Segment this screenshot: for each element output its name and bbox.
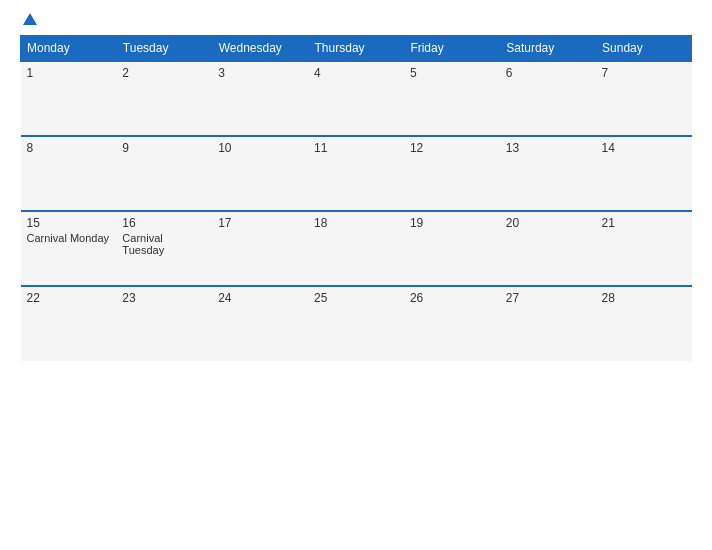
calendar-body: 123456789101112131415Carnival Monday16Ca… — [21, 61, 692, 361]
day-number: 1 — [27, 66, 111, 80]
day-number: 5 — [410, 66, 494, 80]
day-number: 9 — [122, 141, 206, 155]
calendar-day-15: 15Carnival Monday — [21, 211, 117, 286]
day-number: 12 — [410, 141, 494, 155]
calendar-day-20: 20 — [500, 211, 596, 286]
day-number: 6 — [506, 66, 590, 80]
event-text: Carnival Monday — [27, 232, 111, 244]
weekday-header-friday: Friday — [404, 36, 500, 62]
day-number: 27 — [506, 291, 590, 305]
calendar-day-13: 13 — [500, 136, 596, 211]
day-number: 15 — [27, 216, 111, 230]
day-number: 16 — [122, 216, 206, 230]
day-number: 10 — [218, 141, 302, 155]
calendar-day-6: 6 — [500, 61, 596, 136]
weekday-header-sunday: Sunday — [596, 36, 692, 62]
calendar-week-4: 22232425262728 — [21, 286, 692, 361]
day-number: 22 — [27, 291, 111, 305]
calendar-day-21: 21 — [596, 211, 692, 286]
weekday-header-thursday: Thursday — [308, 36, 404, 62]
calendar-week-3: 15Carnival Monday16Carnival Tuesday17181… — [21, 211, 692, 286]
calendar-day-1: 1 — [21, 61, 117, 136]
calendar-day-7: 7 — [596, 61, 692, 136]
event-text: Carnival Tuesday — [122, 232, 206, 256]
calendar-day-14: 14 — [596, 136, 692, 211]
day-number: 4 — [314, 66, 398, 80]
day-number: 2 — [122, 66, 206, 80]
calendar-day-26: 26 — [404, 286, 500, 361]
calendar-day-18: 18 — [308, 211, 404, 286]
weekday-header-saturday: Saturday — [500, 36, 596, 62]
calendar-day-12: 12 — [404, 136, 500, 211]
day-number: 25 — [314, 291, 398, 305]
calendar-day-9: 9 — [116, 136, 212, 211]
day-number: 8 — [27, 141, 111, 155]
calendar-day-11: 11 — [308, 136, 404, 211]
calendar-day-8: 8 — [21, 136, 117, 211]
weekday-header-wednesday: Wednesday — [212, 36, 308, 62]
calendar-table: MondayTuesdayWednesdayThursdayFridaySatu… — [20, 35, 692, 361]
day-number: 20 — [506, 216, 590, 230]
calendar-week-2: 891011121314 — [21, 136, 692, 211]
day-number: 23 — [122, 291, 206, 305]
calendar-day-19: 19 — [404, 211, 500, 286]
calendar-day-22: 22 — [21, 286, 117, 361]
day-number: 19 — [410, 216, 494, 230]
day-number: 17 — [218, 216, 302, 230]
day-number: 28 — [602, 291, 686, 305]
calendar-day-10: 10 — [212, 136, 308, 211]
calendar-day-25: 25 — [308, 286, 404, 361]
day-number: 13 — [506, 141, 590, 155]
calendar-day-3: 3 — [212, 61, 308, 136]
calendar-day-2: 2 — [116, 61, 212, 136]
day-number: 24 — [218, 291, 302, 305]
day-number: 21 — [602, 216, 686, 230]
calendar-week-1: 1234567 — [21, 61, 692, 136]
calendar-day-28: 28 — [596, 286, 692, 361]
day-number: 11 — [314, 141, 398, 155]
day-number: 18 — [314, 216, 398, 230]
calendar-header — [20, 15, 692, 25]
day-number: 14 — [602, 141, 686, 155]
calendar-container: MondayTuesdayWednesdayThursdayFridaySatu… — [0, 0, 712, 550]
weekday-header-tuesday: Tuesday — [116, 36, 212, 62]
calendar-day-17: 17 — [212, 211, 308, 286]
logo-triangle-icon — [23, 13, 37, 25]
calendar-day-27: 27 — [500, 286, 596, 361]
weekday-header-monday: Monday — [21, 36, 117, 62]
day-number: 26 — [410, 291, 494, 305]
calendar-day-23: 23 — [116, 286, 212, 361]
calendar-day-24: 24 — [212, 286, 308, 361]
day-number: 7 — [602, 66, 686, 80]
calendar-day-16: 16Carnival Tuesday — [116, 211, 212, 286]
calendar-day-5: 5 — [404, 61, 500, 136]
day-number: 3 — [218, 66, 302, 80]
calendar-day-4: 4 — [308, 61, 404, 136]
calendar-header-row: MondayTuesdayWednesdayThursdayFridaySatu… — [21, 36, 692, 62]
logo — [20, 15, 37, 25]
